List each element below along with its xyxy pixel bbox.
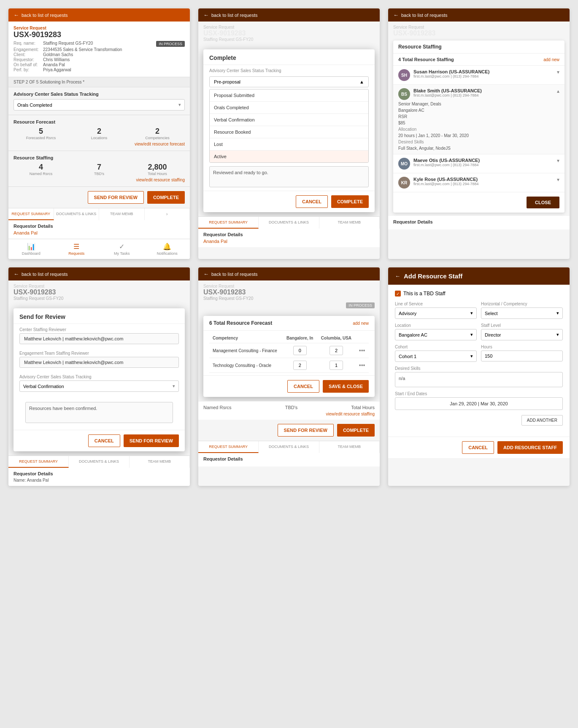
- complete-modal-dropdown[interactable]: Pre-proposal ▲: [209, 76, 369, 87]
- hours-input[interactable]: [481, 351, 563, 361]
- rf-modal-box: 6 Total Resource Forecast add new Compet…: [203, 316, 375, 397]
- loc-group: Location Bangalore AC ▾: [395, 323, 477, 340]
- card5-req-name: Staffing Request GS-FY20: [203, 296, 375, 301]
- status-badge: IN PROCESS: [156, 41, 185, 47]
- rf-num-1-1[interactable]: 1: [330, 361, 343, 370]
- chevron-up-icon: ▲: [359, 79, 364, 84]
- skills-lbl: Desired Skills: [398, 140, 424, 144]
- perf-row: Perf. by: Priya Aggarwal: [14, 67, 185, 72]
- tab-documents-links[interactable]: DOCUMENTS & LINKS: [54, 208, 100, 220]
- staffing-stat-0: 4 Named Rsrcs: [14, 163, 68, 176]
- forecast-link[interactable]: view/edit resource forecast: [14, 142, 185, 146]
- list-item-booked[interactable]: Resource Booked: [210, 126, 368, 138]
- rs-add-link[interactable]: add new: [543, 57, 559, 62]
- sfr-tracking-dropdown[interactable]: Verbal Confirmation ▾: [19, 380, 179, 392]
- staff-email-2: first.m.last@pwc.com | (813) 294-7884: [413, 163, 557, 167]
- complete-cancel-button[interactable]: CANCEL: [296, 195, 328, 208]
- card5-header[interactable]: ← back to list of requests: [198, 267, 380, 280]
- sl-select[interactable]: Director ▾: [481, 329, 563, 340]
- card1-header[interactable]: ← back to list of requests: [8, 8, 190, 22]
- center-reviewer-section: Center Staffing Reviewer Matthew Lekovic…: [14, 324, 185, 348]
- tab-team-members[interactable]: TEAM MEMB: [99, 208, 145, 220]
- card3-header[interactable]: ← back to list of requests: [388, 8, 570, 22]
- rf-add-link[interactable]: add new: [353, 321, 369, 326]
- list-item-lost[interactable]: Lost: [210, 138, 368, 151]
- card2-tab-docs[interactable]: DOCUMENTS & LINKS: [259, 217, 319, 229]
- chevron-down-icon-3[interactable]: ▾: [557, 177, 559, 183]
- card4-tab-team[interactable]: TEAM MEMB: [130, 456, 190, 468]
- card5-total: Total Hours: [351, 405, 375, 410]
- add-another-button[interactable]: ADD ANOTHER: [521, 415, 563, 426]
- card5-tab-team[interactable]: TEAM MEMB: [319, 441, 380, 453]
- requestor-lbl: Requestor:: [14, 57, 43, 62]
- rf-num-0-0[interactable]: 0: [293, 346, 307, 355]
- card4-header[interactable]: ← back to list of requests: [8, 267, 190, 280]
- tab-request-summary[interactable]: REQUEST SUMMARY: [8, 208, 54, 220]
- hc-select[interactable]: Select ▾: [481, 307, 563, 319]
- rf-save-button[interactable]: SAVE & CLOSE: [323, 380, 369, 393]
- card5-staffing-link[interactable]: view/edit resource staffing: [203, 412, 375, 416]
- complete-confirm-button[interactable]: COMPLETE: [331, 195, 369, 208]
- list-item-proposal[interactable]: Proposal Submitted: [210, 89, 368, 102]
- skills-box[interactable]: n/a: [395, 372, 563, 387]
- tab-more-icon[interactable]: ›: [145, 208, 190, 220]
- client-lbl: Client:: [14, 52, 43, 57]
- list-item-active[interactable]: Active: [210, 151, 368, 162]
- staffing-title: Resource Staffing: [14, 155, 185, 160]
- nav-requests[interactable]: ☰ Requests: [54, 239, 100, 259]
- rf-num-0-1[interactable]: 2: [330, 346, 343, 355]
- list-item-orals[interactable]: Orals Completed: [210, 102, 368, 114]
- nav-notifications[interactable]: 🔔 Notifications: [145, 239, 190, 259]
- close-button[interactable]: CLOSE: [527, 197, 559, 208]
- more-options-icon-1[interactable]: •••: [359, 362, 365, 369]
- staffing-stat-2: 2,800 Total Hours: [130, 163, 185, 176]
- tracking-dropdown[interactable]: Orals Completed ▾: [14, 99, 185, 111]
- chevron-down-icon-0[interactable]: ▾: [557, 69, 559, 75]
- loc-select[interactable]: Bangalore AC ▾: [395, 329, 477, 340]
- tbd-checkbox[interactable]: ✓: [395, 291, 401, 297]
- list-item-verbal[interactable]: Verbal Confirmation: [210, 114, 368, 126]
- rf-row-1-competency: Technology Consulting - Oracle: [209, 358, 283, 373]
- complete-button[interactable]: COMPLETE: [147, 191, 185, 204]
- card4-tab-summary[interactable]: REQUEST SUMMARY: [8, 456, 69, 468]
- complete-modal-textarea[interactable]: Reviewed and ready to go.: [209, 166, 369, 187]
- chevron-up-icon-1[interactable]: ▴: [557, 88, 559, 94]
- chevron-down-icon-2[interactable]: ▾: [557, 158, 559, 164]
- card2-tab-team[interactable]: TEAM MEMB: [319, 217, 380, 229]
- more-options-icon-0[interactable]: •••: [359, 347, 365, 354]
- ars-cancel-button[interactable]: CANCEL: [462, 441, 494, 454]
- nav-dashboard[interactable]: 📊 Dashboard: [8, 239, 54, 259]
- rf-col-1: Bangalore, In: [283, 333, 317, 343]
- nav-tasks[interactable]: ✓ My Tasks: [99, 239, 145, 259]
- dates-input[interactable]: Jan 29, 2020 | Mar 30, 2020: [395, 397, 563, 410]
- los-select[interactable]: Advisory ▾: [395, 307, 477, 319]
- staffing-stat-lbl-0: Named Rsrcs: [14, 172, 68, 176]
- ars-confirm-button[interactable]: ADD RESOURCE STAFF: [497, 441, 563, 454]
- rf-num-1-0[interactable]: 2: [293, 361, 307, 370]
- rf-cancel-button[interactable]: CANCEL: [287, 380, 319, 393]
- card5-send-review[interactable]: SEND FOR REVIEW: [278, 424, 334, 437]
- card2-tab-summary[interactable]: REQUEST SUMMARY: [198, 217, 259, 229]
- card5-complete[interactable]: COMPLETE: [337, 424, 375, 437]
- chevron-down-sl: ▾: [556, 332, 559, 337]
- sfr-textarea[interactable]: Resources have been confirmed.: [25, 402, 173, 423]
- sfr-cancel-button[interactable]: CANCEL: [88, 434, 120, 447]
- card4-service-id: USX-9019283: [14, 289, 185, 296]
- card5-tab-docs[interactable]: DOCUMENTS & LINKS: [259, 441, 319, 453]
- cohort-select[interactable]: Cohort 1 ▾: [395, 351, 477, 362]
- send-for-review-button[interactable]: SEND FOR REVIEW: [88, 191, 144, 204]
- sfr-confirm-button[interactable]: SEND FOR REVIEW: [124, 434, 179, 447]
- card4-territory: Name: Ananda Pal: [14, 478, 185, 483]
- staffing-link[interactable]: view/edit resource staffing: [14, 178, 185, 182]
- los-group: Line of Service Advisory ▾: [395, 302, 477, 319]
- main-grid: ← back to list of requests Service Reque…: [8, 8, 570, 486]
- hc-val: Select: [485, 311, 498, 316]
- card4-tab-docs[interactable]: DOCUMENTS & LINKS: [69, 456, 129, 468]
- nav-dashboard-label: Dashboard: [22, 251, 41, 256]
- card2-header[interactable]: ← back to list of requests: [198, 8, 380, 22]
- card4-req-name: Staffing Request GS-FY20: [14, 296, 185, 301]
- card5-service-id: USX-9019283: [203, 289, 375, 296]
- ars-body: ✓ This is a TBD Staff Line of Service Ad…: [388, 285, 570, 437]
- forecast-stat-1: 2 Locations: [72, 127, 127, 140]
- card5-tab-summary[interactable]: REQUEST SUMMARY: [198, 441, 259, 453]
